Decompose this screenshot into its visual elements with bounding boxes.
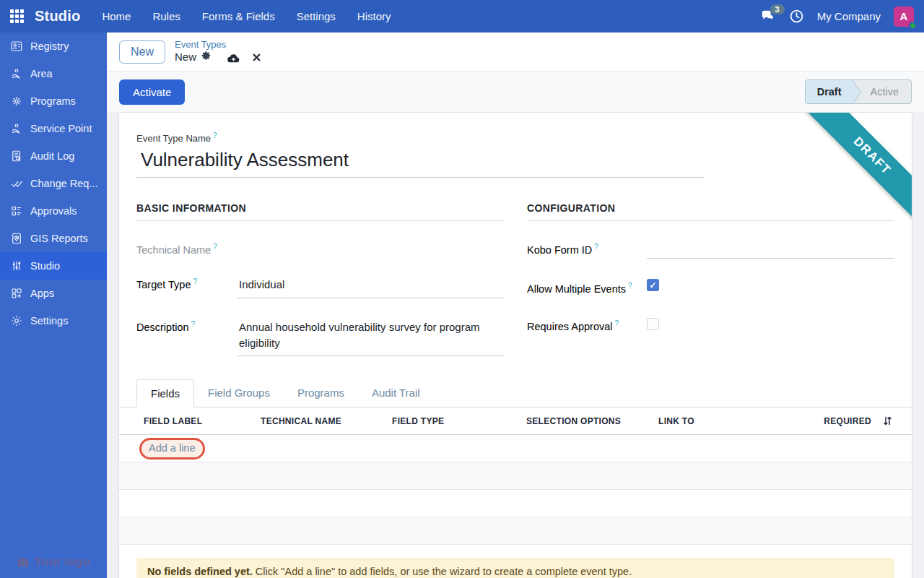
description-label: Description? (136, 319, 237, 333)
tab-audit-trail[interactable]: Audit Trail (358, 379, 434, 407)
column-header-required[interactable]: REQUIRED (775, 416, 871, 426)
column-header-technical-name[interactable]: TECHNICAL NAME (261, 416, 392, 426)
breadcrumb: Event Types New (175, 39, 261, 64)
sidebar-item-service-point[interactable]: Service Point (0, 115, 107, 142)
notebook-tabs: Fields Field Groups Programs Audit Trail (119, 379, 912, 407)
allow-multiple-events-checkbox[interactable] (647, 279, 659, 291)
target-type-select[interactable]: Individual (237, 276, 504, 298)
allow-multiple-events-label: Allow Multiple Events? (527, 279, 647, 298)
fields-table-header: FIELD LABEL TECHNICAL NAME FIELD TYPE SE… (119, 407, 912, 435)
toggle-columns-icon[interactable] (871, 415, 912, 426)
breadcrumb-parent-link[interactable]: Event Types (175, 39, 261, 51)
sidebar-item-audit-log[interactable]: Audit Log (0, 142, 107, 170)
company-logo-placeholder: Your logo (0, 555, 107, 569)
sidebar-item-area[interactable]: Area (0, 60, 107, 87)
menu-history[interactable]: History (356, 1, 393, 31)
help-tooltip-marker[interactable]: ? (213, 131, 217, 139)
target-type-label: Target Type? (136, 276, 237, 290)
program-gear-icon (10, 95, 23, 108)
sidebar-item-label: Approvals (30, 205, 77, 217)
kobo-form-id-input[interactable] (647, 241, 894, 259)
sidebar-item-label: Programs (30, 95, 76, 107)
gear-icon (10, 314, 23, 327)
sidebar-item-settings[interactable]: Settings (0, 307, 107, 335)
company-menu[interactable]: My Company (817, 10, 881, 22)
content-area: DRAFT Event Type Name? BASIC INFORMATION… (107, 112, 924, 578)
service-hand-icon (10, 122, 23, 135)
description-textarea[interactable]: Annual household vulnerability survey fo… (237, 319, 504, 357)
app-title[interactable]: Studio (35, 8, 80, 25)
sidebar-item-studio[interactable]: Studio (0, 252, 107, 280)
field-label-text: Requires Approval (527, 321, 613, 332)
sidebar: Registry Area Programs Service Point Aud… (0, 33, 107, 578)
basic-information-section: BASIC INFORMATION Technical Name? Target… (136, 202, 504, 356)
gis-map-pin-document-icon (10, 232, 23, 245)
top-navigation-bar: Studio Home Rules Forms & Fields Setting… (0, 0, 924, 33)
sidebar-item-gis-reports[interactable]: GIS Reports (0, 225, 107, 252)
messages-count-badge: 3 (770, 4, 785, 14)
fields-table: FIELD LABEL TECHNICAL NAME FIELD TYPE SE… (119, 407, 912, 545)
empty-table-row (119, 517, 912, 545)
notice-bold-text: No fields defined yet. (147, 566, 253, 577)
sidebar-item-apps[interactable]: Apps (0, 280, 107, 307)
add-line-highlight-annotation: Add a line (139, 438, 205, 460)
menu-settings[interactable]: Settings (295, 1, 337, 31)
no-fields-notice: No fields defined yet. Click "Add a line… (136, 558, 894, 578)
activate-button[interactable]: Activate (119, 79, 185, 105)
new-record-button[interactable]: New (119, 40, 165, 64)
sidebar-item-label: Registry (30, 40, 69, 52)
camera-icon (17, 557, 30, 568)
help-tooltip-marker[interactable]: ? (213, 243, 217, 251)
configuration-section: CONFIGURATION Kobo Form ID? Allow Multip… (527, 202, 894, 356)
discard-x-icon[interactable] (252, 53, 261, 62)
field-label-text: Kobo Form ID (527, 244, 592, 256)
requires-approval-checkbox[interactable] (647, 318, 659, 330)
help-tooltip-marker[interactable]: ? (628, 282, 632, 290)
help-tooltip-marker[interactable]: ? (615, 319, 619, 327)
requires-approval-label: Requires Approval? (527, 318, 647, 332)
sidebar-item-programs[interactable]: Programs (0, 87, 107, 115)
help-tooltip-marker[interactable]: ? (191, 320, 196, 328)
field-label-text: Technical Name (136, 244, 211, 256)
menu-home[interactable]: Home (100, 1, 132, 31)
user-avatar[interactable]: A (894, 7, 914, 27)
help-tooltip-marker[interactable]: ? (193, 277, 198, 285)
tab-fields[interactable]: Fields (136, 379, 194, 407)
save-cloud-icon[interactable] (227, 52, 240, 64)
help-tooltip-marker[interactable]: ? (594, 243, 598, 251)
sidebar-item-registry[interactable]: Registry (0, 33, 107, 60)
field-label-text: Description (136, 322, 189, 333)
audit-document-icon (10, 150, 23, 163)
hand-icon (10, 67, 23, 80)
column-header-link-to[interactable]: LINK TO (658, 416, 775, 426)
sidebar-item-label: GIS Reports (30, 233, 88, 244)
column-header-selection-options[interactable]: SELECTION OPTIONS (526, 416, 658, 426)
sidebar-item-change-requests[interactable]: Change Req... (0, 170, 107, 197)
menu-forms-fields[interactable]: Forms & Fields (201, 1, 276, 31)
field-label-text: Target Type (136, 279, 191, 290)
avatar-initial: A (900, 10, 908, 22)
logo-text: Your logo (34, 555, 90, 569)
tab-field-groups[interactable]: Field Groups (194, 379, 284, 407)
add-a-line-link[interactable]: Add a line (149, 442, 196, 454)
sidebar-item-label: Service Point (30, 123, 92, 134)
messages-icon[interactable]: 3 (760, 9, 776, 24)
sidebar-item-approvals[interactable]: Approvals (0, 197, 107, 225)
column-header-field-type[interactable]: FIELD TYPE (392, 416, 526, 426)
form-sheet: DRAFT Event Type Name? BASIC INFORMATION… (118, 112, 912, 578)
empty-table-row (119, 462, 912, 490)
record-actions-gear-icon[interactable] (201, 51, 212, 64)
column-header-field-label[interactable]: FIELD LABEL (119, 416, 261, 426)
activity-clock-icon[interactable] (789, 9, 804, 24)
technical-name-label: Technical Name? (136, 241, 237, 256)
kobo-form-id-label: Kobo Form ID? (527, 241, 647, 256)
control-panel: Activate Draft Active (107, 72, 924, 112)
notice-text: Click "Add a line" to add fields, or use… (253, 566, 632, 577)
event-type-name-input[interactable] (136, 145, 704, 178)
status-bar: Draft Active (805, 79, 912, 104)
event-type-name-label: Event Type Name? (136, 131, 894, 144)
tab-programs[interactable]: Programs (284, 379, 358, 407)
apps-grid-icon[interactable] (10, 9, 25, 24)
menu-rules[interactable]: Rules (151, 1, 181, 31)
status-draft[interactable]: Draft (806, 80, 852, 103)
